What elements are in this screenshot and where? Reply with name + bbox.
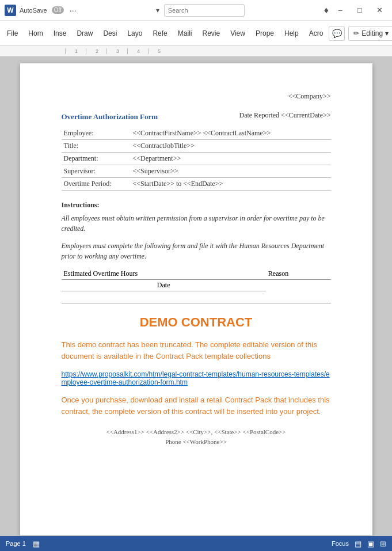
field-label-supervisor: Supervisor: bbox=[62, 165, 131, 178]
form-title: Overtime Authorization Form bbox=[62, 112, 158, 121]
search-input[interactable] bbox=[164, 4, 245, 17]
focus-label[interactable]: Focus bbox=[332, 540, 349, 547]
tab-review[interactable]: Revie bbox=[197, 27, 224, 40]
word-icon: W bbox=[5, 5, 16, 16]
col-estimated-hours: Estimated Overtime Hours bbox=[62, 268, 266, 280]
hours-table: Estimated Overtime Hours Reason Date bbox=[62, 268, 331, 291]
ruler: 1 2 3 4 5 bbox=[0, 46, 392, 56]
window-controls: ♦ – □ ✕ bbox=[324, 4, 387, 17]
field-label-employee: Employee: bbox=[62, 127, 131, 140]
editing-label: Editing bbox=[361, 29, 383, 37]
table-row: Title: <<ContractJobTitle>> bbox=[62, 140, 331, 153]
tab-mailings[interactable]: Maili bbox=[173, 27, 197, 40]
layout-view-icon[interactable]: ▤ bbox=[355, 539, 361, 548]
autosave-toggle[interactable]: Off bbox=[52, 6, 64, 14]
maximize-button[interactable]: □ bbox=[352, 4, 368, 17]
tab-properties[interactable]: Prope bbox=[251, 27, 279, 40]
instructions-text-2: Employees must complete the following fo… bbox=[62, 241, 331, 261]
tab-layout[interactable]: Layo bbox=[123, 27, 147, 40]
col-reason: Reason bbox=[266, 268, 331, 280]
web-layout-icon[interactable]: ⊞ bbox=[380, 539, 386, 548]
tab-home[interactable]: Hom bbox=[24, 27, 47, 40]
col-reason-value bbox=[266, 280, 331, 291]
ruler-mark-2: 2 bbox=[86, 48, 106, 54]
statusbar: Page 1 ▦ Focus ▤ ▣ ⊞ bbox=[0, 536, 392, 551]
editing-chevron: ▾ bbox=[385, 29, 389, 37]
dropdown-chevron[interactable]: ▾ bbox=[156, 6, 159, 14]
ribbon: File Hom Inse Draw Desi Layo Refe Maili … bbox=[0, 21, 392, 46]
date-reported: Date Reported <<CurrentDate>> bbox=[239, 111, 330, 120]
close-button[interactable]: ✕ bbox=[371, 4, 387, 17]
demo-link[interactable]: https://www.proposalkit.com/htm/legal-co… bbox=[62, 370, 331, 386]
tab-design[interactable]: Desi bbox=[98, 27, 121, 40]
section-divider bbox=[62, 303, 331, 303]
tab-references[interactable]: Refe bbox=[148, 27, 172, 40]
field-value-employee: <<ContractFirstName>> <<ContractLastName… bbox=[131, 127, 331, 140]
demo-text-1: This demo contract has been truncated. T… bbox=[62, 339, 331, 362]
table-row: Employee: <<ContractFirstName>> <<Contra… bbox=[62, 127, 331, 140]
ruler-mark-1: 1 bbox=[65, 48, 86, 54]
comment-icon: 💬 bbox=[332, 29, 342, 38]
title-row: Overtime Authorization Form Date Reporte… bbox=[62, 111, 331, 121]
footer-phone: Phone <<WorkPhone>> bbox=[62, 437, 331, 447]
field-label-overtime-period: Overtime Period: bbox=[62, 178, 131, 191]
titlebar: W AutoSave Off ··· ▾ ♦ – □ ✕ bbox=[0, 0, 392, 21]
titlebar-center: ▾ bbox=[80, 4, 321, 17]
pencil-icon: ✏ bbox=[353, 29, 359, 37]
field-value-title: <<ContractJobTitle>> bbox=[131, 140, 331, 153]
col-date: Date bbox=[62, 280, 266, 291]
main-area: <<Company>> Overtime Authorization Form … bbox=[0, 56, 392, 536]
page-number: Page 1 bbox=[6, 540, 26, 547]
layout-icon: ▦ bbox=[33, 539, 40, 548]
footer-address: <<Address1>> <<Address2>> <<City>>, <<St… bbox=[62, 427, 331, 438]
company-placeholder: <<Company>> bbox=[62, 92, 331, 101]
tab-acrobat[interactable]: Acro bbox=[305, 27, 328, 40]
field-label-department: Department: bbox=[62, 153, 131, 165]
ribbon-right: 💬 ✏ Editing ▾ bbox=[329, 26, 392, 41]
editing-button[interactable]: ✏ Editing ▾ bbox=[348, 26, 392, 41]
tab-insert[interactable]: Inse bbox=[49, 27, 71, 40]
ruler-mark-3: 3 bbox=[106, 48, 127, 54]
table-row: Overtime Period: <<StartDate>> to <<EndD… bbox=[62, 178, 331, 191]
field-value-department: <<Department>> bbox=[131, 153, 331, 165]
hours-date-row: Date bbox=[62, 280, 331, 291]
print-layout-icon[interactable]: ▣ bbox=[367, 539, 374, 548]
table-row: Department: <<Department>> bbox=[62, 153, 331, 165]
more-options[interactable]: ··· bbox=[70, 6, 77, 15]
demo-title: DEMO CONTRACT bbox=[62, 315, 331, 330]
autosave-label: AutoSave bbox=[20, 7, 47, 14]
field-value-supervisor: <<Supervisor>> bbox=[131, 165, 331, 178]
statusbar-right: Focus ▤ ▣ ⊞ bbox=[332, 539, 386, 548]
form-fields-table: Employee: <<ContractFirstName>> <<Contra… bbox=[62, 127, 331, 191]
tab-file[interactable]: File bbox=[2, 27, 22, 40]
field-label-title: Title: bbox=[62, 140, 131, 153]
tab-help[interactable]: Help bbox=[280, 27, 303, 40]
tab-draw[interactable]: Draw bbox=[72, 27, 97, 40]
demo-text-2: Once you purchase, download and install … bbox=[62, 394, 331, 417]
hours-header-row: Estimated Overtime Hours Reason bbox=[62, 268, 331, 280]
diamond-icon: ♦ bbox=[324, 5, 329, 16]
ruler-mark-5: 5 bbox=[148, 48, 169, 54]
document-page[interactable]: <<Company>> Overtime Authorization Form … bbox=[20, 63, 372, 535]
ruler-mark-4: 4 bbox=[127, 48, 148, 54]
instructions-label: Instructions: bbox=[62, 201, 331, 210]
minimize-button[interactable]: – bbox=[332, 4, 348, 17]
ruler-marks: 1 2 3 4 5 bbox=[65, 48, 169, 54]
instructions-text-1: All employees must obtain written permis… bbox=[62, 213, 331, 234]
table-row: Supervisor: <<Supervisor>> bbox=[62, 165, 331, 178]
comment-button[interactable]: 💬 bbox=[329, 26, 345, 41]
field-value-overtime-period: <<StartDate>> to <<EndDate>> bbox=[131, 178, 331, 191]
page-footer: <<Address1>> <<Address2>> <<City>>, <<St… bbox=[62, 427, 331, 447]
tab-view[interactable]: View bbox=[226, 27, 250, 40]
